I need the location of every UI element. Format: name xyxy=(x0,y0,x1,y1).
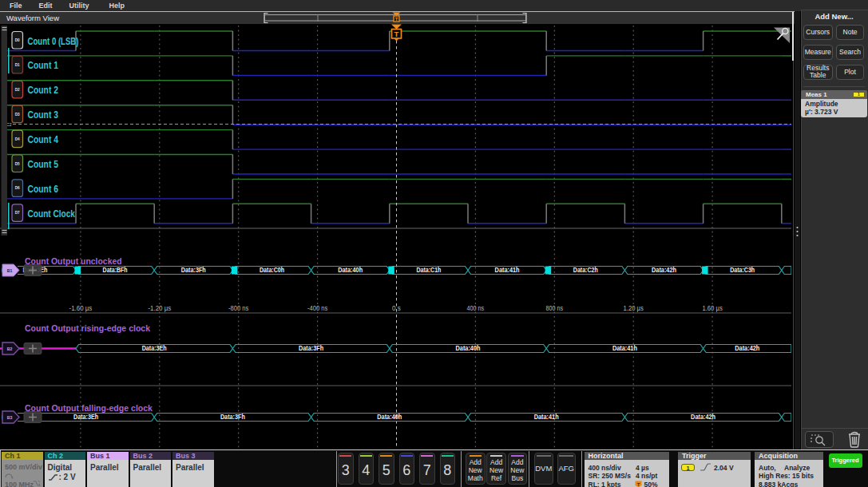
svg-text:Data:41h: Data:41h xyxy=(495,266,520,274)
svg-text:B3: B3 xyxy=(7,415,13,420)
svg-text:Count 0 (LSB): Count 0 (LSB) xyxy=(28,35,79,47)
svg-text:Data:41h: Data:41h xyxy=(612,344,637,352)
svg-text:800 ns: 800 ns xyxy=(546,304,564,312)
svg-text:Count 2: Count 2 xyxy=(28,84,59,96)
svg-text:D0: D0 xyxy=(15,38,20,42)
svg-text:Data:40h: Data:40h xyxy=(338,266,363,274)
svg-text:Count 4: Count 4 xyxy=(28,133,59,145)
svg-text:Count Clock: Count Clock xyxy=(28,208,76,220)
svg-text:Count Output rising-edge clock: Count Output rising-edge clock xyxy=(25,323,150,334)
svg-text:D5: D5 xyxy=(15,162,20,166)
svg-text:-1.60 µs: -1.60 µs xyxy=(69,304,93,312)
svg-text:-1.20 µs: -1.20 µs xyxy=(148,304,171,312)
svg-text:1.60 µs: 1.60 µs xyxy=(703,304,723,312)
svg-text:Data:3Eh: Data:3Eh xyxy=(142,344,167,352)
svg-text:Data:40h: Data:40h xyxy=(377,413,402,421)
svg-text:Count 5: Count 5 xyxy=(28,158,59,170)
svg-text:400 ns: 400 ns xyxy=(467,304,485,312)
svg-text:0 s: 0 s xyxy=(392,304,401,312)
svg-text:Data:C0h: Data:C0h xyxy=(260,266,284,274)
svg-text:Data:42h: Data:42h xyxy=(691,413,715,421)
svg-text:Count 1: Count 1 xyxy=(28,59,59,71)
svg-text:Count Output falling-edge cloc: Count Output falling-edge clock xyxy=(25,402,153,414)
svg-text:T: T xyxy=(636,482,640,487)
svg-text:D3: D3 xyxy=(15,113,20,117)
svg-text:Count 6: Count 6 xyxy=(28,183,59,195)
svg-text:Data:3Fh: Data:3Fh xyxy=(220,413,245,421)
svg-text:Data:C1h: Data:C1h xyxy=(416,266,441,274)
svg-text:D7: D7 xyxy=(15,211,20,215)
svg-text:D6: D6 xyxy=(15,186,20,190)
svg-text:D1: D1 xyxy=(15,63,20,67)
svg-text:-800 ns: -800 ns xyxy=(228,304,249,312)
svg-text:Data:3Eh: Data:3Eh xyxy=(73,413,98,421)
svg-text:T: T xyxy=(394,30,399,38)
svg-text:Data:42h: Data:42h xyxy=(652,266,676,274)
svg-text:D4: D4 xyxy=(15,137,20,141)
svg-text:T: T xyxy=(395,17,398,22)
svg-text:-400 ns: -400 ns xyxy=(307,304,328,312)
svg-text:Data:3Fh: Data:3Fh xyxy=(181,266,206,274)
svg-text:Data:40h: Data:40h xyxy=(456,344,481,352)
svg-text:Data:BFh: Data:BFh xyxy=(103,266,128,274)
svg-text:Data:C3h: Data:C3h xyxy=(730,266,755,274)
svg-text:Count 3: Count 3 xyxy=(28,109,59,121)
svg-text:Data:41h: Data:41h xyxy=(534,413,559,421)
svg-text:B2: B2 xyxy=(7,346,13,351)
svg-text:Data:3Fh: Data:3Fh xyxy=(299,344,323,352)
svg-text:1.20 µs: 1.20 µs xyxy=(624,304,644,312)
svg-text:Data:C2h: Data:C2h xyxy=(573,266,598,274)
svg-text:Data:42h: Data:42h xyxy=(735,344,759,352)
svg-text:B1: B1 xyxy=(7,268,13,273)
svg-text:D2: D2 xyxy=(15,88,20,92)
